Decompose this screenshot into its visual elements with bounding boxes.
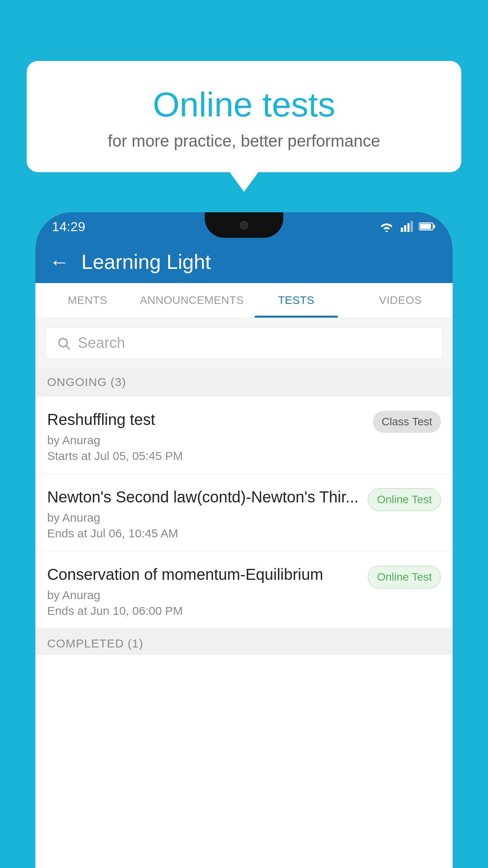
app-content: ← Learning Light MENTS ANNOUNCEMENTS TES…: [35, 241, 453, 868]
test-badge: Class Test: [373, 411, 441, 433]
tabs-bar: MENTS ANNOUNCEMENTS TESTS VIDEOS: [35, 283, 453, 318]
test-date: Ends at Jul 06, 10:45 AM: [47, 527, 360, 540]
app-bar-title: Learning Light: [81, 250, 211, 274]
tab-videos[interactable]: VIDEOS: [349, 283, 453, 318]
tab-announcements[interactable]: ANNOUNCEMENTS: [140, 283, 244, 318]
signal-icon: [399, 221, 413, 232]
test-info: Reshuffling test by Anurag Starts at Jul…: [47, 409, 373, 463]
test-item[interactable]: Conservation of momentum-Equilibrium by …: [35, 552, 453, 629]
wifi-icon: [380, 221, 394, 232]
test-info: Newton's Second law(contd)-Newton's Thir…: [47, 487, 368, 540]
test-by: by Anurag: [47, 511, 360, 524]
svg-rect-4: [411, 221, 413, 232]
speech-bubble-title: Online tests: [46, 85, 442, 125]
ongoing-section-header: ONGOING (3): [35, 368, 453, 397]
svg-line-9: [66, 346, 70, 349]
svg-rect-6: [433, 225, 435, 228]
test-by: by Anurag: [47, 434, 365, 447]
test-info: Conservation of momentum-Equilibrium by …: [47, 564, 368, 618]
test-title: Reshuffling test: [47, 409, 365, 430]
svg-rect-3: [407, 223, 410, 232]
tab-ments[interactable]: MENTS: [35, 283, 140, 318]
test-date: Ends at Jun 10, 06:00 PM: [47, 604, 360, 618]
ongoing-label: ONGOING (3): [47, 375, 126, 388]
search-container: Search: [35, 318, 453, 368]
test-title: Conservation of momentum-Equilibrium: [47, 564, 360, 585]
test-badge: Online Test: [368, 566, 441, 588]
app-bar: ← Learning Light: [35, 241, 453, 283]
svg-point-0: [385, 231, 388, 232]
phone-notch: [205, 212, 283, 238]
back-button[interactable]: ←: [49, 250, 70, 274]
speech-bubble-subtitle: for more practice, better performance: [46, 132, 442, 151]
completed-label: COMPLETED (1): [47, 637, 143, 650]
completed-section-header: COMPLETED (1): [35, 629, 453, 655]
test-badge: Online Test: [368, 488, 441, 511]
test-item[interactable]: Reshuffling test by Anurag Starts at Jul…: [35, 397, 453, 474]
battery-icon: [419, 222, 436, 231]
test-item[interactable]: Newton's Second law(contd)-Newton's Thir…: [35, 474, 453, 552]
search-icon: [57, 336, 71, 350]
test-date: Starts at Jul 05, 05:45 PM: [47, 449, 365, 463]
tab-tests[interactable]: TESTS: [244, 283, 349, 318]
status-time: 14:29: [52, 219, 85, 234]
search-input[interactable]: Search: [78, 335, 125, 351]
phone-shell: 14:29 ←: [35, 212, 453, 868]
test-by: by Anurag: [47, 588, 360, 602]
svg-rect-7: [420, 224, 431, 229]
status-icons: [380, 221, 436, 232]
front-camera: [240, 221, 248, 230]
speech-bubble: Online tests for more practice, better p…: [27, 61, 461, 172]
svg-rect-2: [404, 225, 406, 232]
svg-rect-1: [401, 228, 403, 232]
test-title: Newton's Second law(contd)-Newton's Thir…: [47, 487, 360, 507]
search-bar[interactable]: Search: [45, 327, 443, 359]
